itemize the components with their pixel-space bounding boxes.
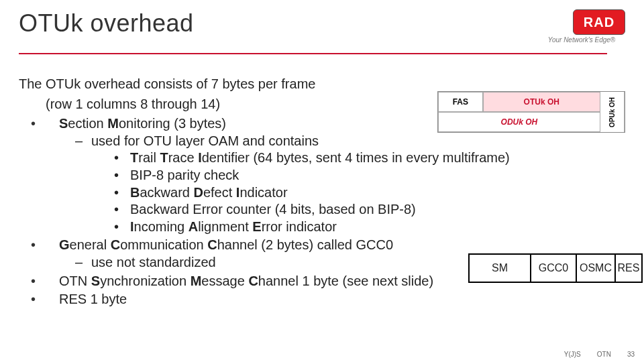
page-title: OTUk overhead — [19, 9, 194, 38]
smc-b3: C — [248, 274, 258, 288]
sm-item-tti: Trail Trace Identifier (64 bytes, sent 4… — [114, 149, 625, 167]
tti-t2: race — [168, 150, 198, 165]
iae-t2: lignment — [198, 219, 252, 234]
logo-block: RAD Your Network's Edge® — [538, 9, 625, 44]
bullet-res: RES 1 byte — [19, 291, 625, 308]
sm-item-bdi: Backward Defect Indicator — [114, 184, 625, 202]
bullet-sm: Section Monitoring (3 bytes) used for OT… — [19, 115, 625, 235]
gcc-t3: hannel (2 bytes) called GCC0 — [217, 237, 393, 252]
bdi-t3: ndicator — [239, 185, 287, 200]
sm-items: Trail Trace Identifier (64 bytes, sent 4… — [91, 149, 625, 235]
byte-res: RES — [614, 255, 641, 282]
smc-b2: M — [191, 274, 202, 288]
tti-t3: dentifier (64 bytes, sent 4 times in eve… — [202, 150, 510, 165]
smc-t0: OTN — [59, 274, 91, 288]
bdi-b1: B — [130, 185, 140, 200]
sm-t1: ection — [68, 116, 107, 131]
header: OTUk overhead RAD Your Network's Edge® — [19, 9, 625, 44]
sm-sublist: used for OTU layer OAM and contains Trai… — [59, 133, 625, 236]
brand-logo: RAD — [573, 9, 625, 35]
gcc-b3: C — [207, 237, 217, 252]
brand-tagline: Your Network's Edge® — [538, 36, 625, 44]
smc-t2: essage — [201, 274, 248, 288]
sm-sub-line: used for OTU layer OAM and contains Trai… — [75, 133, 625, 236]
footer-page: 33 — [627, 351, 635, 358]
iae-t1: ncoming — [134, 219, 189, 234]
gcc-b1: G — [59, 237, 70, 252]
gcc-b2: C — [111, 237, 120, 252]
iae-t3: rror indicator — [262, 219, 337, 234]
bdi-t2: efect — [203, 185, 236, 200]
gcc-t2: ommunication — [120, 237, 207, 252]
byte-sm: SM — [470, 255, 530, 282]
tti-b1: T — [130, 150, 138, 165]
intro-line-2: (row 1 columns 8 through 14) — [19, 96, 625, 113]
iae-b3: E — [252, 219, 261, 234]
footer: Y(J)S OTN 33 — [564, 351, 635, 358]
intro-line-1: The OTUk overhead consists of 7 bytes pe… — [19, 76, 625, 93]
tti-t1: rail — [138, 150, 160, 165]
byte-gcc0: GCC0 — [530, 255, 576, 282]
slide: OTUk overhead RAD Your Network's Edge® F… — [0, 0, 644, 362]
gcc-t1: eneral — [70, 237, 111, 252]
tti-b2: T — [160, 150, 168, 165]
sm-b2: M — [107, 116, 119, 131]
sm-b1: S — [59, 116, 68, 131]
byte-osmc: OSMC — [576, 255, 614, 282]
header-divider — [19, 53, 607, 54]
sm-item-bec: Backward Error counter (4 bits, based on… — [114, 201, 625, 219]
bdi-t1: ackward — [140, 185, 193, 200]
sm-item-iae: Incoming Alignment Error indicator — [114, 219, 625, 236]
sm-sub-text: used for OTU layer OAM and contains — [91, 133, 319, 148]
iae-b2: A — [189, 219, 198, 234]
footer-topic: OTN — [597, 351, 611, 358]
byte-table: SM GCC0 OSMC RES — [468, 253, 643, 283]
smc-t3: hannel 1 byte (see next slide) — [258, 274, 433, 288]
smc-b1: S — [91, 274, 100, 288]
sm-item-bip8: BIP-8 parity check — [114, 167, 625, 184]
bdi-b2: D — [193, 185, 203, 200]
footer-author: Y(J)S — [564, 351, 581, 358]
sm-t2: onitoring (3 bytes) — [119, 116, 226, 131]
smc-t1: ynchronization — [100, 274, 191, 288]
